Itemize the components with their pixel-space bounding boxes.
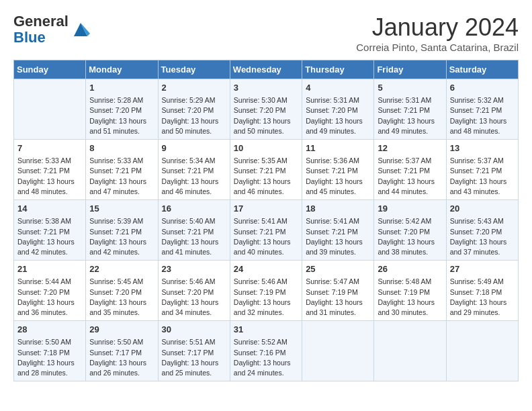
calendar-cell: 26Sunrise: 5:48 AM Sunset: 7:19 PM Dayli…	[374, 261, 446, 321]
calendar-cell: 31Sunrise: 5:52 AM Sunset: 7:16 PM Dayli…	[230, 321, 302, 381]
day-number: 5	[378, 82, 442, 94]
header-cell-monday: Monday	[86, 60, 158, 79]
calendar-cell: 27Sunrise: 5:49 AM Sunset: 7:18 PM Dayli…	[446, 261, 518, 321]
calendar-cell: 21Sunrise: 5:44 AM Sunset: 7:20 PM Dayli…	[14, 261, 86, 321]
day-info: Sunrise: 5:50 AM Sunset: 7:18 PM Dayligh…	[17, 337, 82, 378]
day-info: Sunrise: 5:31 AM Sunset: 7:20 PM Dayligh…	[306, 95, 370, 136]
calendar-cell: 8Sunrise: 5:33 AM Sunset: 7:21 PM Daylig…	[86, 140, 158, 200]
day-info: Sunrise: 5:51 AM Sunset: 7:17 PM Dayligh…	[162, 337, 226, 378]
header-cell-saturday: Saturday	[446, 60, 518, 79]
day-info: Sunrise: 5:43 AM Sunset: 7:20 PM Dayligh…	[450, 216, 515, 257]
calendar-cell: 30Sunrise: 5:51 AM Sunset: 7:17 PM Dayli…	[158, 321, 230, 381]
calendar-week-5: 28Sunrise: 5:50 AM Sunset: 7:18 PM Dayli…	[14, 321, 519, 381]
calendar-cell: 20Sunrise: 5:43 AM Sunset: 7:20 PM Dayli…	[446, 200, 518, 261]
day-number: 25	[306, 263, 370, 275]
day-number: 13	[450, 142, 515, 154]
day-number: 15	[89, 203, 154, 215]
day-info: Sunrise: 5:33 AM Sunset: 7:21 PM Dayligh…	[17, 156, 82, 197]
day-number: 4	[306, 82, 370, 94]
calendar-table: SundayMondayTuesdayWednesdayThursdayFrid…	[13, 60, 519, 381]
logo: General Blue	[13, 13, 90, 46]
day-number: 9	[162, 142, 226, 154]
day-number: 31	[234, 324, 298, 336]
calendar-cell: 13Sunrise: 5:37 AM Sunset: 7:21 PM Dayli…	[446, 140, 518, 200]
day-info: Sunrise: 5:47 AM Sunset: 7:19 PM Dayligh…	[306, 277, 370, 318]
day-info: Sunrise: 5:41 AM Sunset: 7:21 PM Dayligh…	[234, 216, 298, 257]
logo-text: General Blue	[13, 13, 69, 46]
day-number: 27	[450, 263, 515, 275]
day-info: Sunrise: 5:28 AM Sunset: 7:20 PM Dayligh…	[89, 95, 154, 136]
calendar-header: SundayMondayTuesdayWednesdayThursdayFrid…	[14, 60, 519, 79]
day-number: 18	[306, 203, 370, 215]
month-title: January 2024	[356, 13, 519, 42]
calendar-cell	[302, 321, 374, 381]
calendar-body: 1Sunrise: 5:28 AM Sunset: 7:20 PM Daylig…	[14, 79, 519, 381]
day-number: 14	[17, 203, 82, 215]
calendar-cell: 6Sunrise: 5:32 AM Sunset: 7:21 PM Daylig…	[446, 79, 518, 140]
calendar-cell: 23Sunrise: 5:46 AM Sunset: 7:20 PM Dayli…	[158, 261, 230, 321]
calendar-cell: 7Sunrise: 5:33 AM Sunset: 7:21 PM Daylig…	[14, 140, 86, 200]
day-info: Sunrise: 5:49 AM Sunset: 7:18 PM Dayligh…	[450, 277, 515, 318]
calendar-cell: 17Sunrise: 5:41 AM Sunset: 7:21 PM Dayli…	[230, 200, 302, 261]
header-cell-thursday: Thursday	[302, 60, 374, 79]
calendar-cell: 9Sunrise: 5:34 AM Sunset: 7:21 PM Daylig…	[158, 140, 230, 200]
day-info: Sunrise: 5:33 AM Sunset: 7:21 PM Dayligh…	[89, 156, 154, 197]
title-block: January 2024 Correia Pinto, Santa Catari…	[356, 13, 519, 53]
day-info: Sunrise: 5:37 AM Sunset: 7:21 PM Dayligh…	[450, 156, 515, 197]
day-info: Sunrise: 5:48 AM Sunset: 7:19 PM Dayligh…	[378, 277, 442, 318]
calendar-cell: 4Sunrise: 5:31 AM Sunset: 7:20 PM Daylig…	[302, 79, 374, 140]
calendar-cell: 2Sunrise: 5:29 AM Sunset: 7:20 PM Daylig…	[158, 79, 230, 140]
calendar-cell: 25Sunrise: 5:47 AM Sunset: 7:19 PM Dayli…	[302, 261, 374, 321]
calendar-cell: 24Sunrise: 5:46 AM Sunset: 7:19 PM Dayli…	[230, 261, 302, 321]
logo-icon	[71, 20, 90, 39]
day-info: Sunrise: 5:42 AM Sunset: 7:20 PM Dayligh…	[378, 216, 442, 257]
day-info: Sunrise: 5:31 AM Sunset: 7:21 PM Dayligh…	[378, 95, 442, 136]
day-info: Sunrise: 5:29 AM Sunset: 7:20 PM Dayligh…	[162, 95, 226, 136]
calendar-week-2: 7Sunrise: 5:33 AM Sunset: 7:21 PM Daylig…	[14, 140, 519, 200]
day-number: 7	[17, 142, 82, 154]
calendar-cell: 18Sunrise: 5:41 AM Sunset: 7:21 PM Dayli…	[302, 200, 374, 261]
day-number: 6	[450, 82, 515, 94]
day-number: 16	[162, 203, 226, 215]
calendar-cell	[374, 321, 446, 381]
day-info: Sunrise: 5:40 AM Sunset: 7:21 PM Dayligh…	[162, 216, 226, 257]
day-number: 20	[450, 203, 515, 215]
day-number: 23	[162, 263, 226, 275]
day-number: 21	[17, 263, 82, 275]
day-info: Sunrise: 5:46 AM Sunset: 7:20 PM Dayligh…	[162, 277, 226, 318]
day-info: Sunrise: 5:50 AM Sunset: 7:17 PM Dayligh…	[89, 337, 154, 378]
header-cell-tuesday: Tuesday	[158, 60, 230, 79]
day-info: Sunrise: 5:35 AM Sunset: 7:21 PM Dayligh…	[234, 156, 298, 197]
calendar-cell: 1Sunrise: 5:28 AM Sunset: 7:20 PM Daylig…	[86, 79, 158, 140]
calendar-cell: 16Sunrise: 5:40 AM Sunset: 7:21 PM Dayli…	[158, 200, 230, 261]
day-info: Sunrise: 5:36 AM Sunset: 7:21 PM Dayligh…	[306, 156, 370, 197]
day-number: 11	[306, 142, 370, 154]
calendar-cell: 10Sunrise: 5:35 AM Sunset: 7:21 PM Dayli…	[230, 140, 302, 200]
day-number: 8	[89, 142, 154, 154]
day-number: 10	[234, 142, 298, 154]
logo-general: General	[13, 13, 69, 30]
page-header: General Blue January 2024 Correia Pinto,…	[13, 13, 519, 53]
day-info: Sunrise: 5:37 AM Sunset: 7:21 PM Dayligh…	[378, 156, 442, 197]
day-number: 1	[89, 82, 154, 94]
logo-blue: Blue	[13, 30, 69, 46]
calendar-week-1: 1Sunrise: 5:28 AM Sunset: 7:20 PM Daylig…	[14, 79, 519, 140]
day-info: Sunrise: 5:45 AM Sunset: 7:20 PM Dayligh…	[89, 277, 154, 318]
day-number: 3	[234, 82, 298, 94]
header-row: SundayMondayTuesdayWednesdayThursdayFrid…	[14, 60, 519, 79]
day-number: 2	[162, 82, 226, 94]
day-info: Sunrise: 5:38 AM Sunset: 7:21 PM Dayligh…	[17, 216, 82, 257]
day-number: 22	[89, 263, 154, 275]
calendar-cell: 14Sunrise: 5:38 AM Sunset: 7:21 PM Dayli…	[14, 200, 86, 261]
header-cell-friday: Friday	[374, 60, 446, 79]
calendar-cell: 12Sunrise: 5:37 AM Sunset: 7:21 PM Dayli…	[374, 140, 446, 200]
header-cell-wednesday: Wednesday	[230, 60, 302, 79]
calendar-cell: 3Sunrise: 5:30 AM Sunset: 7:20 PM Daylig…	[230, 79, 302, 140]
calendar-cell: 22Sunrise: 5:45 AM Sunset: 7:20 PM Dayli…	[86, 261, 158, 321]
day-info: Sunrise: 5:30 AM Sunset: 7:20 PM Dayligh…	[234, 95, 298, 136]
day-number: 24	[234, 263, 298, 275]
day-info: Sunrise: 5:32 AM Sunset: 7:21 PM Dayligh…	[450, 95, 515, 136]
day-info: Sunrise: 5:46 AM Sunset: 7:19 PM Dayligh…	[234, 277, 298, 318]
calendar-week-3: 14Sunrise: 5:38 AM Sunset: 7:21 PM Dayli…	[14, 200, 519, 261]
calendar-cell: 19Sunrise: 5:42 AM Sunset: 7:20 PM Dayli…	[374, 200, 446, 261]
